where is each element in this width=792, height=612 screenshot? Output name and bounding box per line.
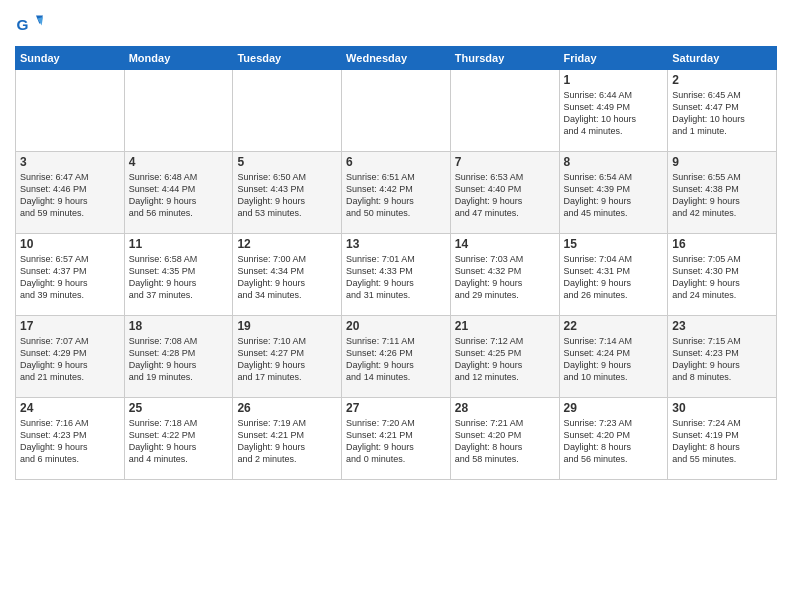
calendar-cell: 8Sunrise: 6:54 AMSunset: 4:39 PMDaylight…	[559, 152, 668, 234]
calendar-week-5: 24Sunrise: 7:16 AMSunset: 4:23 PMDayligh…	[16, 398, 777, 480]
day-info: Sunrise: 7:08 AMSunset: 4:28 PMDaylight:…	[129, 335, 229, 384]
day-info: Sunrise: 6:45 AMSunset: 4:47 PMDaylight:…	[672, 89, 772, 138]
day-info: Sunrise: 6:44 AMSunset: 4:49 PMDaylight:…	[564, 89, 664, 138]
weekday-header-tuesday: Tuesday	[233, 47, 342, 70]
day-info: Sunrise: 7:16 AMSunset: 4:23 PMDaylight:…	[20, 417, 120, 466]
day-info: Sunrise: 6:55 AMSunset: 4:38 PMDaylight:…	[672, 171, 772, 220]
day-number: 30	[672, 401, 772, 415]
day-number: 22	[564, 319, 664, 333]
weekday-header-thursday: Thursday	[450, 47, 559, 70]
calendar-cell: 13Sunrise: 7:01 AMSunset: 4:33 PMDayligh…	[342, 234, 451, 316]
calendar-cell: 7Sunrise: 6:53 AMSunset: 4:40 PMDaylight…	[450, 152, 559, 234]
day-info: Sunrise: 7:24 AMSunset: 4:19 PMDaylight:…	[672, 417, 772, 466]
day-info: Sunrise: 6:51 AMSunset: 4:42 PMDaylight:…	[346, 171, 446, 220]
calendar-week-1: 1Sunrise: 6:44 AMSunset: 4:49 PMDaylight…	[16, 70, 777, 152]
day-number: 26	[237, 401, 337, 415]
calendar-cell: 1Sunrise: 6:44 AMSunset: 4:49 PMDaylight…	[559, 70, 668, 152]
day-number: 27	[346, 401, 446, 415]
calendar-cell: 9Sunrise: 6:55 AMSunset: 4:38 PMDaylight…	[668, 152, 777, 234]
day-number: 9	[672, 155, 772, 169]
logo: G	[15, 10, 45, 38]
day-info: Sunrise: 7:03 AMSunset: 4:32 PMDaylight:…	[455, 253, 555, 302]
day-info: Sunrise: 7:12 AMSunset: 4:25 PMDaylight:…	[455, 335, 555, 384]
calendar-cell: 24Sunrise: 7:16 AMSunset: 4:23 PMDayligh…	[16, 398, 125, 480]
day-info: Sunrise: 7:19 AMSunset: 4:21 PMDaylight:…	[237, 417, 337, 466]
day-info: Sunrise: 7:00 AMSunset: 4:34 PMDaylight:…	[237, 253, 337, 302]
day-number: 23	[672, 319, 772, 333]
calendar-cell: 14Sunrise: 7:03 AMSunset: 4:32 PMDayligh…	[450, 234, 559, 316]
day-number: 19	[237, 319, 337, 333]
day-number: 6	[346, 155, 446, 169]
day-number: 3	[20, 155, 120, 169]
day-number: 24	[20, 401, 120, 415]
day-number: 5	[237, 155, 337, 169]
calendar-cell: 2Sunrise: 6:45 AMSunset: 4:47 PMDaylight…	[668, 70, 777, 152]
day-info: Sunrise: 6:53 AMSunset: 4:40 PMDaylight:…	[455, 171, 555, 220]
calendar-week-2: 3Sunrise: 6:47 AMSunset: 4:46 PMDaylight…	[16, 152, 777, 234]
day-number: 13	[346, 237, 446, 251]
day-number: 16	[672, 237, 772, 251]
calendar-cell: 30Sunrise: 7:24 AMSunset: 4:19 PMDayligh…	[668, 398, 777, 480]
weekday-header-saturday: Saturday	[668, 47, 777, 70]
calendar: SundayMondayTuesdayWednesdayThursdayFrid…	[15, 46, 777, 480]
calendar-cell	[233, 70, 342, 152]
calendar-cell: 22Sunrise: 7:14 AMSunset: 4:24 PMDayligh…	[559, 316, 668, 398]
day-number: 10	[20, 237, 120, 251]
calendar-cell: 26Sunrise: 7:19 AMSunset: 4:21 PMDayligh…	[233, 398, 342, 480]
header: G	[15, 10, 777, 38]
calendar-cell: 23Sunrise: 7:15 AMSunset: 4:23 PMDayligh…	[668, 316, 777, 398]
day-info: Sunrise: 7:05 AMSunset: 4:30 PMDaylight:…	[672, 253, 772, 302]
calendar-cell: 10Sunrise: 6:57 AMSunset: 4:37 PMDayligh…	[16, 234, 125, 316]
day-info: Sunrise: 7:18 AMSunset: 4:22 PMDaylight:…	[129, 417, 229, 466]
calendar-cell: 3Sunrise: 6:47 AMSunset: 4:46 PMDaylight…	[16, 152, 125, 234]
calendar-cell: 4Sunrise: 6:48 AMSunset: 4:44 PMDaylight…	[124, 152, 233, 234]
day-number: 18	[129, 319, 229, 333]
day-info: Sunrise: 7:21 AMSunset: 4:20 PMDaylight:…	[455, 417, 555, 466]
day-info: Sunrise: 7:11 AMSunset: 4:26 PMDaylight:…	[346, 335, 446, 384]
logo-icon: G	[15, 10, 43, 38]
day-number: 20	[346, 319, 446, 333]
calendar-week-3: 10Sunrise: 6:57 AMSunset: 4:37 PMDayligh…	[16, 234, 777, 316]
day-number: 12	[237, 237, 337, 251]
day-info: Sunrise: 7:01 AMSunset: 4:33 PMDaylight:…	[346, 253, 446, 302]
day-number: 2	[672, 73, 772, 87]
calendar-cell: 11Sunrise: 6:58 AMSunset: 4:35 PMDayligh…	[124, 234, 233, 316]
day-number: 17	[20, 319, 120, 333]
day-number: 14	[455, 237, 555, 251]
day-number: 29	[564, 401, 664, 415]
calendar-week-4: 17Sunrise: 7:07 AMSunset: 4:29 PMDayligh…	[16, 316, 777, 398]
calendar-cell: 16Sunrise: 7:05 AMSunset: 4:30 PMDayligh…	[668, 234, 777, 316]
calendar-cell: 18Sunrise: 7:08 AMSunset: 4:28 PMDayligh…	[124, 316, 233, 398]
calendar-cell: 12Sunrise: 7:00 AMSunset: 4:34 PMDayligh…	[233, 234, 342, 316]
calendar-cell	[16, 70, 125, 152]
weekday-header-sunday: Sunday	[16, 47, 125, 70]
weekday-header-wednesday: Wednesday	[342, 47, 451, 70]
day-number: 11	[129, 237, 229, 251]
calendar-cell: 19Sunrise: 7:10 AMSunset: 4:27 PMDayligh…	[233, 316, 342, 398]
calendar-cell: 6Sunrise: 6:51 AMSunset: 4:42 PMDaylight…	[342, 152, 451, 234]
day-info: Sunrise: 7:04 AMSunset: 4:31 PMDaylight:…	[564, 253, 664, 302]
day-info: Sunrise: 7:07 AMSunset: 4:29 PMDaylight:…	[20, 335, 120, 384]
calendar-cell: 15Sunrise: 7:04 AMSunset: 4:31 PMDayligh…	[559, 234, 668, 316]
calendar-cell: 29Sunrise: 7:23 AMSunset: 4:20 PMDayligh…	[559, 398, 668, 480]
day-number: 1	[564, 73, 664, 87]
day-number: 4	[129, 155, 229, 169]
calendar-cell: 27Sunrise: 7:20 AMSunset: 4:21 PMDayligh…	[342, 398, 451, 480]
day-info: Sunrise: 7:23 AMSunset: 4:20 PMDaylight:…	[564, 417, 664, 466]
day-number: 8	[564, 155, 664, 169]
day-info: Sunrise: 6:50 AMSunset: 4:43 PMDaylight:…	[237, 171, 337, 220]
day-number: 25	[129, 401, 229, 415]
day-info: Sunrise: 6:54 AMSunset: 4:39 PMDaylight:…	[564, 171, 664, 220]
day-number: 15	[564, 237, 664, 251]
calendar-cell: 17Sunrise: 7:07 AMSunset: 4:29 PMDayligh…	[16, 316, 125, 398]
day-info: Sunrise: 6:48 AMSunset: 4:44 PMDaylight:…	[129, 171, 229, 220]
calendar-cell	[342, 70, 451, 152]
day-number: 7	[455, 155, 555, 169]
calendar-cell: 28Sunrise: 7:21 AMSunset: 4:20 PMDayligh…	[450, 398, 559, 480]
svg-text:G: G	[16, 16, 28, 33]
day-number: 28	[455, 401, 555, 415]
calendar-cell	[124, 70, 233, 152]
calendar-cell: 25Sunrise: 7:18 AMSunset: 4:22 PMDayligh…	[124, 398, 233, 480]
calendar-cell: 20Sunrise: 7:11 AMSunset: 4:26 PMDayligh…	[342, 316, 451, 398]
weekday-header-row: SundayMondayTuesdayWednesdayThursdayFrid…	[16, 47, 777, 70]
